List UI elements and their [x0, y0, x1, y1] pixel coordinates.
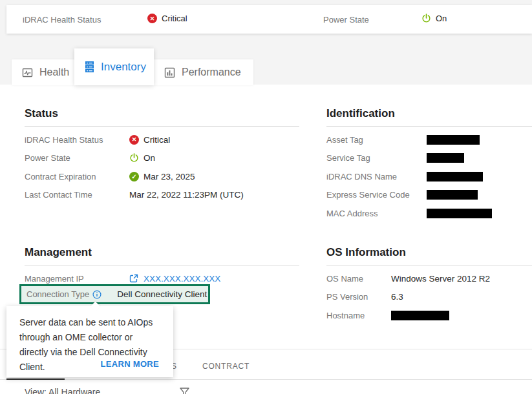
- os-row-hostname: Hostname: [326, 306, 532, 325]
- redacted-value: [427, 172, 483, 181]
- management-section: Management Management IP XXX.XXX.XXX.XXX: [25, 246, 299, 288]
- identification-section: Identification Asset Tag Service Tag iDR…: [326, 107, 532, 223]
- redacted-value: [427, 135, 480, 145]
- tab-health-label: Health: [39, 67, 69, 78]
- tab-performance-label: Performance: [182, 67, 241, 78]
- power-state-label: Power State: [323, 15, 369, 25]
- os-row-ps-version: PS Version 6.3: [326, 288, 532, 307]
- connection-type-value: Dell Connectivity Client: [117, 289, 207, 299]
- power-state-value-text: On: [436, 14, 447, 23]
- idrac-health-value-text: Critical: [162, 14, 187, 23]
- filter-funnel-icon[interactable]: [180, 388, 189, 394]
- ok-check-icon: ✓: [129, 172, 139, 181]
- ident-row-mac-address: MAC Address: [326, 204, 532, 223]
- critical-icon: ✕: [129, 135, 139, 145]
- power-icon: [129, 153, 139, 163]
- critical-icon: ✕: [147, 14, 157, 23]
- view-filter-label[interactable]: View: All Hardware: [25, 387, 100, 394]
- active-subtab-underline: [6, 378, 65, 380]
- health-power-summary-bar: iDRAC Health Status ✕ Critical Power Sta…: [6, 5, 532, 34]
- power-state-value: On: [421, 14, 447, 23]
- status-row-contract-expiration: Contract Expiration ✓ Mar 23, 2025: [25, 167, 299, 186]
- management-title: Management: [25, 246, 299, 265]
- redacted-value: [427, 209, 492, 218]
- connection-type-label: Connection Type: [27, 289, 89, 299]
- tab-inventory-label: Inventory: [101, 61, 146, 74]
- management-ip-link[interactable]: XXX.XXX.XXX.XXX: [129, 274, 220, 284]
- status-row-idrac-health: iDRAC Health Status ✕ Critical: [25, 130, 299, 149]
- redacted-value: [427, 153, 464, 163]
- ident-row-service-tag: Service Tag: [326, 149, 532, 168]
- os-information-title: OS Information: [326, 246, 532, 265]
- server-stack-icon: [85, 61, 94, 73]
- status-title: Status: [25, 107, 299, 127]
- info-icon[interactable]: [92, 290, 101, 299]
- ident-row-asset-tag: Asset Tag: [326, 130, 532, 149]
- external-link-icon: [129, 274, 138, 283]
- redacted-value: [391, 311, 449, 320]
- idrac-health-label: iDRAC Health Status: [23, 15, 101, 25]
- redacted-value: [427, 190, 478, 200]
- idrac-inventory-page: iDRAC Health Status ✕ Critical Power Sta…: [0, 0, 532, 394]
- ident-row-idrac-dns: iDRAC DNS Name: [326, 167, 532, 186]
- health-pulse-icon: [22, 67, 33, 78]
- management-ip-value: XXX.XXX.XXX.XXX: [144, 274, 220, 284]
- connection-type-highlight: Connection Type Dell Connectivity Client: [19, 284, 210, 304]
- tab-health[interactable]: Health: [12, 59, 74, 85]
- subtab-contract[interactable]: CONTRACT: [202, 362, 250, 371]
- connection-type-tooltip: Server data can be sent to AIOps through…: [6, 306, 173, 377]
- power-icon: [421, 14, 431, 23]
- ident-row-express-code: Express Service Code: [326, 186, 532, 205]
- tab-inventory[interactable]: Inventory: [74, 48, 154, 85]
- tab-performance[interactable]: Performance: [154, 59, 253, 85]
- os-row-name: OS Name Windows Server 2012 R2: [326, 269, 532, 288]
- status-row-power-state: Power State On: [25, 149, 299, 168]
- status-section: Status iDRAC Health Status ✕ Critical Po…: [25, 107, 299, 204]
- bar-chart-icon: [164, 67, 175, 78]
- status-row-last-contact: Last Contact Time Mar 22, 2022 11:23PM (…: [25, 186, 299, 205]
- learn-more-link[interactable]: LEARN MORE: [101, 359, 159, 369]
- identification-title: Identification: [326, 107, 532, 127]
- idrac-health-value: ✕ Critical: [147, 14, 187, 23]
- os-information-section: OS Information OS Name Windows Server 20…: [326, 246, 532, 325]
